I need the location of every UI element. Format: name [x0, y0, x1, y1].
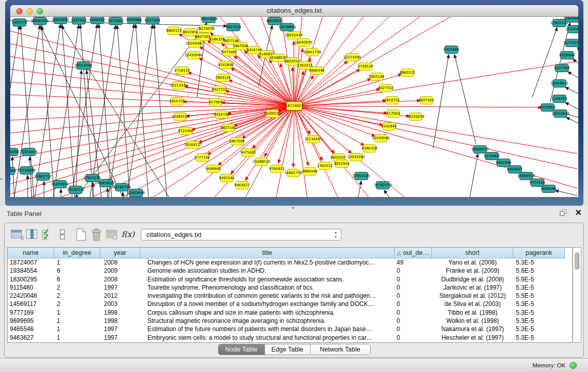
graph-edge[interactable]: [10, 106, 294, 146]
graph-node[interactable]: 9329966: [126, 17, 142, 24]
graph-node[interactable]: 9329966: [559, 52, 575, 59]
graph-edge[interactable]: [90, 25, 116, 197]
graph-edge[interactable]: [384, 190, 389, 197]
graph-node[interactable]: 7857224: [226, 24, 241, 31]
graph-node[interactable]: 9475685: [241, 149, 256, 157]
function-builder-button[interactable]: f(x): [119, 230, 137, 239]
graph-node[interactable]: 9827546: [221, 124, 236, 132]
graph-node[interactable]: 22420046: [372, 135, 390, 142]
graph-node[interactable]: 11125419: [565, 26, 578, 33]
graph-node[interactable]: 11451914: [20, 148, 38, 156]
table-vertical-scrollbar[interactable]: [573, 247, 581, 343]
graph-node[interactable]: 9227343: [145, 17, 160, 25]
column-header-short[interactable]: short: [432, 248, 513, 258]
graph-edge[interactable]: [565, 87, 578, 96]
table-column-button[interactable]: [24, 227, 39, 242]
graph-node[interactable]: 14569117: [184, 141, 202, 149]
graph-node[interactable]: 16782759: [374, 182, 392, 189]
graph-node[interactable]: 16961758: [303, 49, 321, 56]
graph-node[interactable]: 9115460: [178, 127, 193, 135]
graph-node[interactable]: 12093832: [551, 80, 569, 87]
graph-edge[interactable]: [565, 102, 578, 112]
graph-node[interactable]: 20891406: [31, 17, 49, 25]
west-panel-collapse-icon[interactable]: ▸: [1, 176, 3, 181]
graph-node[interactable]: 2803144: [215, 74, 231, 82]
graph-edge[interactable]: [228, 80, 294, 106]
graph-node[interactable]: 17951535: [353, 172, 371, 180]
graph-node[interactable]: 15134457: [304, 136, 322, 143]
graph-node[interactable]: 9315684: [10, 167, 16, 175]
graph-node[interactable]: 22420046: [185, 52, 203, 59]
graph-node[interactable]: 16782759: [113, 184, 131, 191]
graph-node[interactable]: 12942757: [34, 173, 52, 181]
graph-node[interactable]: 1405572: [12, 19, 27, 27]
graph-node[interactable]: 9227343: [554, 64, 570, 72]
graph-edge[interactable]: [573, 59, 578, 68]
graph-node[interactable]: 8427552: [378, 84, 394, 92]
graph-node[interactable]: 16210643: [552, 110, 570, 118]
graph-edge[interactable]: [136, 24, 148, 197]
memory-status-icon[interactable]: [570, 362, 577, 369]
table-row[interactable]: 977716911998Corpus callosum shape and si…: [8, 309, 572, 317]
network-window-titlebar[interactable]: citations_edges.txt: [10, 5, 578, 17]
graph-edge[interactable]: [433, 54, 449, 148]
graph-node[interactable]: 2803144: [369, 73, 384, 81]
float-panel-icon[interactable]: [560, 209, 568, 217]
graph-edge[interactable]: [30, 157, 32, 197]
graph-edge[interactable]: [12, 157, 14, 197]
network-graph-svg[interactable]: 1405572208914061065328715270026466162107…: [10, 17, 578, 197]
graph-edge[interactable]: [294, 106, 542, 107]
scrollbar-thumb[interactable]: [575, 252, 579, 270]
graph-edge[interactable]: [294, 79, 372, 106]
graph-edge[interactable]: [117, 25, 130, 197]
new-document-button[interactable]: [73, 227, 89, 242]
column-header-name[interactable]: name: [8, 248, 54, 258]
graph-edge[interactable]: [10, 106, 294, 107]
graph-node[interactable]: 2867608: [229, 138, 245, 145]
column-checklist-button[interactable]: [39, 227, 55, 242]
graph-edge[interactable]: [77, 23, 207, 197]
column-header-pagerank[interactable]: pagerank: [513, 248, 565, 258]
graph-node[interactable]: 9699695: [206, 165, 221, 173]
graph-edge[interactable]: [62, 24, 75, 197]
graph-node[interactable]: 9777169: [194, 154, 210, 162]
graph-node[interactable]: 9115460: [484, 152, 499, 160]
graph-node[interactable]: 12923446: [127, 189, 145, 197]
column-header-in_degree[interactable]: in_degree: [54, 248, 100, 258]
graph-node[interactable]: 9465546: [496, 159, 511, 167]
graph-node[interactable]: 10543382: [186, 40, 204, 48]
table-selector-dropdown[interactable]: citations_edges.txt ▲▼: [141, 229, 341, 240]
graph-edge[interactable]: [294, 61, 577, 106]
graph-node[interactable]: 417004: [209, 99, 222, 106]
graph-edge[interactable]: [566, 117, 578, 126]
graph-edge[interactable]: [294, 17, 450, 106]
graph-node[interactable]: 9890448: [302, 168, 317, 176]
graph-node[interactable]: 1244413: [552, 95, 567, 103]
graph-node[interactable]: 18300295: [264, 110, 281, 118]
graph-node[interactable]: 16640910: [295, 39, 313, 47]
graph-node[interactable]: 9463627: [507, 166, 522, 173]
graph-edge[interactable]: [76, 70, 81, 197]
graph-node[interactable]: 1362615: [317, 162, 333, 170]
graph-edge[interactable]: [10, 31, 294, 106]
graph-edge[interactable]: [454, 54, 476, 144]
graph-node[interactable]: 9827503: [419, 97, 434, 104]
table-disabled-button[interactable]: [104, 227, 119, 242]
graph-node[interactable]: 8860123: [400, 69, 415, 77]
graph-node[interactable]: 13505135: [67, 186, 85, 194]
graph-node[interactable]: 10653287: [52, 17, 70, 24]
graph-node[interactable]: 2626050: [10, 148, 19, 156]
graph-node[interactable]: 8215953: [540, 104, 555, 112]
graph-edge[interactable]: [127, 25, 153, 197]
graph-edge[interactable]: [10, 82, 294, 106]
graph-edge[interactable]: [41, 27, 123, 197]
graph-node[interactable]: 8813054: [267, 17, 282, 25]
graph-node[interactable]: 9699695: [541, 185, 556, 193]
graph-node[interactable]: 16961758: [285, 169, 302, 177]
tab-node-table[interactable]: Node Table: [219, 344, 265, 355]
graph-node[interactable]: 1810755: [384, 97, 400, 104]
graph-edge[interactable]: [294, 17, 420, 106]
table-row[interactable]: 969969511998Structural magnetic resonanc…: [8, 317, 572, 325]
graph-node[interactable]: 19384554: [171, 113, 189, 121]
graph-node[interactable]: 1810755: [169, 98, 185, 105]
